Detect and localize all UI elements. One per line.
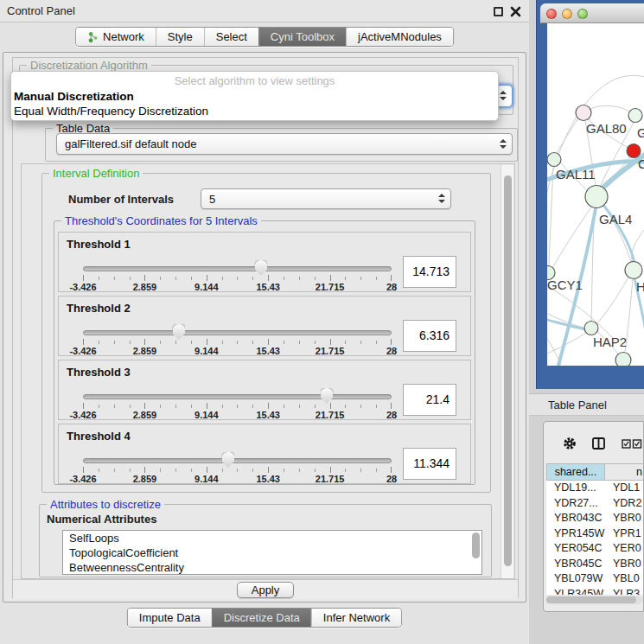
cell[interactable]: YDL19... — [546, 481, 605, 496]
number-of-intervals-combobox[interactable]: 5 — [201, 188, 451, 209]
node-top-right[interactable] — [628, 109, 642, 123]
cell[interactable]: YPR1 — [605, 526, 644, 542]
cell[interactable]: YBR0 — [605, 511, 644, 526]
slider-thumb[interactable] — [221, 452, 234, 468]
settings-gear-icon[interactable] — [563, 437, 577, 450]
node-hap2[interactable] — [584, 322, 598, 335]
close-icon[interactable] — [510, 6, 521, 17]
threshold-4-slider[interactable]: -3.426 2.859 9.144 15.43 21.715 28 — [83, 454, 392, 483]
cell[interactable]: YDR27... — [546, 496, 605, 512]
column-header-name[interactable]: n — [605, 463, 644, 481]
thresholds-group: Threshold's Coordinates for 5 Intervals … — [54, 220, 475, 485]
threshold-4-label: Threshold 4 — [67, 430, 131, 443]
threshold-2-slider[interactable]: -3.426 2.859 9.144 15.43 21.715 28 — [83, 326, 392, 355]
threshold-1-slider[interactable]: -3.426 2.859 9.144 15.43 21.715 28 — [83, 262, 392, 291]
cell[interactable]: YBR045C — [546, 557, 605, 572]
settings-scrollbar[interactable] — [501, 165, 513, 579]
apply-button[interactable]: Apply — [237, 582, 294, 598]
number-of-intervals-value: 5 — [209, 193, 215, 206]
tab-style[interactable]: Style — [156, 28, 204, 46]
minimize-traffic-light-icon[interactable] — [562, 9, 572, 19]
major-tick — [330, 403, 331, 409]
split-columns-icon[interactable] — [592, 437, 605, 450]
cell[interactable]: YDR2 — [605, 496, 644, 512]
slider-scale: -3.426 2.859 9.144 15.43 21.715 28 — [83, 346, 392, 356]
cell[interactable]: YBR0 — [605, 557, 644, 572]
table-row[interactable]: YLR345WYLR3 — [546, 587, 644, 596]
network-view-window[interactable]: GAL80 G C GAL11 GAL4 GCY1 H HAP2 — [536, 0, 644, 389]
threshold-2-value-field[interactable]: 6.316 — [403, 320, 456, 352]
tab-network[interactable]: Network — [76, 28, 156, 46]
list-scrollbar[interactable] — [472, 532, 480, 558]
algorithm-option-equal-width-frequency[interactable]: Equal Width/Frequency Discretization — [14, 105, 208, 118]
numerical-attributes-list[interactable]: SelfLoops TopologicalCoefficient Between… — [62, 530, 482, 575]
threshold-1-value-field[interactable]: 14.713 — [403, 256, 456, 288]
cell[interactable]: YBL079W — [546, 571, 605, 587]
table-row[interactable]: YDR27...YDR2 — [546, 496, 644, 512]
control-panel-tabbar: Network Style Select Cyni Toolbox jActiv… — [75, 27, 454, 47]
tab-jactivemnodules[interactable]: jActiveMNodules — [346, 28, 453, 46]
table-row[interactable]: YER054CYER0 — [546, 541, 644, 557]
table-row[interactable]: YPR145WYPR1 — [546, 526, 644, 542]
slider-thumb[interactable] — [321, 388, 334, 404]
tab-select[interactable]: Select — [204, 28, 258, 46]
node-gal80[interactable] — [576, 105, 591, 121]
slider-scale: -3.426 2.859 9.144 15.43 21.715 28 — [83, 474, 392, 484]
threshold-3-value-field[interactable]: 21.4 — [403, 384, 456, 416]
cell[interactable]: YLR345W — [546, 587, 605, 596]
slider-thumb[interactable] — [172, 324, 185, 340]
slider-track[interactable] — [83, 330, 392, 335]
cell[interactable]: YLR3 — [605, 587, 644, 596]
table-row[interactable]: YDL19...YDL1 — [546, 481, 644, 496]
cell[interactable]: YPR145W — [546, 526, 605, 542]
network-window-titlebar[interactable] — [540, 3, 644, 23]
scale-label: 21.715 — [316, 346, 345, 356]
cell[interactable]: YDL1 — [605, 481, 644, 496]
major-tick — [391, 275, 392, 281]
column-header-shared-name[interactable]: shared... — [546, 463, 605, 481]
node-gal11[interactable] — [547, 153, 561, 167]
slider-track[interactable] — [83, 394, 392, 399]
tab-cyni-toolbox[interactable]: Cyni Toolbox — [258, 28, 346, 46]
table-row[interactable]: YBL079WYBL0 — [546, 571, 644, 587]
thresholds-group-title: Threshold's Coordinates for 5 Intervals — [61, 214, 261, 228]
table-row[interactable]: YBR045CYBR0 — [546, 557, 644, 572]
cell[interactable]: YBR043C — [546, 511, 605, 526]
slider-track[interactable] — [83, 266, 392, 271]
node-gal4[interactable] — [585, 186, 608, 208]
cell[interactable]: YBL0 — [605, 571, 644, 587]
cell[interactable]: YER054C — [546, 541, 605, 557]
major-tick — [207, 339, 207, 345]
tab-infer-network[interactable]: Infer Network — [311, 609, 401, 627]
list-item[interactable]: SelfLoops — [63, 531, 481, 545]
table-horizontal-scrollbar-thumb[interactable] — [546, 596, 636, 603]
checked-checkbox-icon[interactable] — [622, 439, 642, 449]
list-item[interactable]: TopologicalCoefficient — [63, 545, 481, 560]
major-tick — [391, 339, 392, 345]
node-h[interactable] — [625, 262, 642, 279]
table-row[interactable]: YBR043CYBR0 — [546, 511, 644, 526]
settings-scrollbar-thumb[interactable] — [504, 175, 512, 566]
node-label: GAL80 — [586, 121, 627, 136]
list-item[interactable]: BetweennessCentrality — [63, 560, 481, 575]
threshold-4-value-field[interactable]: 11.344 — [403, 448, 456, 480]
scale-label: -3.426 — [69, 346, 96, 356]
major-tick — [268, 467, 269, 473]
table-data-combobox[interactable]: galFiltered.sif default node — [56, 133, 513, 155]
slider-scale: -3.426 2.859 9.144 15.43 21.715 28 — [83, 410, 392, 420]
table-horizontal-scrollbar[interactable] — [545, 596, 643, 604]
scale-label: 21.715 — [316, 410, 345, 420]
slider-thumb[interactable] — [254, 260, 267, 276]
tab-impute-data[interactable]: Impute Data — [128, 609, 212, 627]
float-window-icon[interactable] — [494, 7, 503, 16]
threshold-3-slider[interactable]: -3.426 2.859 9.144 15.43 21.715 28 — [83, 390, 392, 419]
cell[interactable]: YER0 — [605, 541, 644, 557]
interval-definition-title: Interval Definition — [49, 166, 143, 181]
close-traffic-light-icon[interactable] — [546, 9, 557, 19]
slider-track[interactable] — [83, 458, 392, 463]
zoom-traffic-light-icon[interactable] — [577, 9, 588, 19]
node-bottom[interactable] — [615, 353, 631, 367]
tab-discretize-data[interactable]: Discretize Data — [212, 609, 311, 627]
network-canvas[interactable]: GAL80 G C GAL11 GAL4 GCY1 H HAP2 — [547, 23, 644, 366]
algorithm-option-manual-discretization[interactable]: Manual Discretization — [14, 90, 134, 103]
